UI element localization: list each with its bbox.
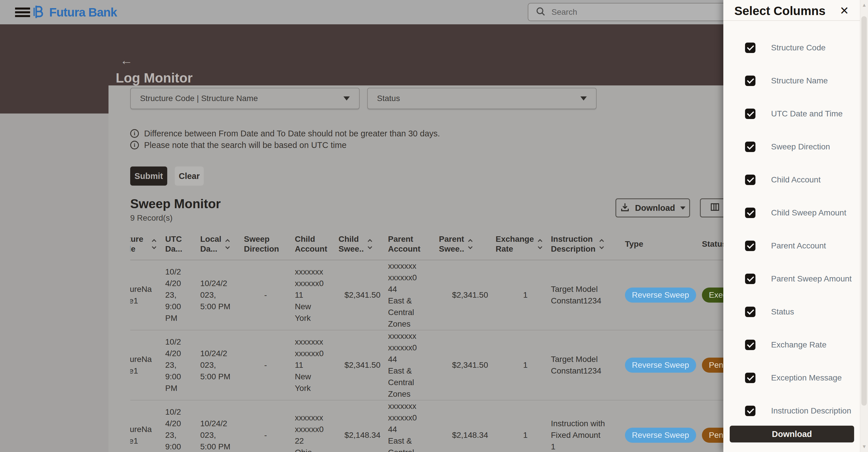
select-columns-panel: Select Columns ✕ Structure Code Structur… [723, 0, 868, 452]
sort-icon[interactable] [537, 238, 544, 250]
checkbox-item-parent-account[interactable]: Parent Account [745, 238, 852, 253]
checkbox-label: Sweep Direction [771, 142, 830, 151]
checkbox-label: Child Sweep Amount [771, 208, 846, 218]
cell-child-account: xxxxxxx xxxxxx0 11 New York [295, 336, 331, 394]
checkbox-label: Structure Code [771, 43, 826, 52]
cell-local-date: 10/24/2 023, 5:00 PM [200, 278, 237, 312]
checkbox-checked-icon[interactable] [745, 207, 755, 218]
checkbox-label: Instruction Description [771, 406, 851, 416]
cell-exchange-rate: 1 [496, 289, 544, 301]
sort-icon[interactable] [367, 238, 374, 250]
checkbox-item-utc-date-and-time[interactable]: UTC Date and Time [745, 107, 852, 121]
checkbox-item-child-sweep-amount[interactable]: Child Sweep Amount [745, 205, 852, 220]
column-header-instruction-description[interactable]: Instruction Description [551, 234, 617, 254]
checkbox-item-exchange-rate[interactable]: Exchange Rate [745, 338, 852, 352]
cell-parent-sweep-amount: $2,148.34 [439, 429, 488, 441]
cell-local-date: 10/24/2 023, 5:00 PM [200, 418, 237, 452]
checkbox-checked-icon[interactable] [745, 175, 755, 185]
cell-structure: StructureNa me1 [130, 283, 158, 307]
structure-dropdown[interactable]: Structure Code | Structure Name [130, 88, 360, 109]
brand-name: Futura Bank [49, 5, 117, 20]
panel-download-button[interactable]: Download [730, 426, 854, 443]
info-icon: i [130, 129, 139, 138]
column-header-type[interactable]: Type [625, 239, 694, 249]
checkbox-checked-icon[interactable] [745, 373, 755, 383]
checkbox-checked-icon[interactable] [745, 274, 755, 284]
cell-instruction-description: Target Model Constant1234 [551, 283, 617, 307]
scrollbar-down-arrow-icon[interactable]: ▼ [860, 444, 868, 450]
info-icon: i [130, 141, 139, 149]
checkbox-label: Structure Name [771, 76, 828, 85]
download-icon [620, 202, 630, 214]
checkbox-item-exception-message[interactable]: Exception Message [745, 371, 852, 385]
cell-parent-account: xxxxxxx xxxxxx0 44 East & Central Zones [388, 260, 431, 330]
cell-parent-account: xxxxxxx xxxxxx0 44 East & Central Zones [388, 330, 431, 400]
column-header-child-sweep[interactable]: Child Swee.. [339, 234, 380, 254]
back-arrow-icon[interactable]: ← [120, 54, 133, 66]
checkbox-checked-icon[interactable] [745, 142, 755, 152]
submit-button[interactable]: Submit [130, 167, 167, 186]
panel-title: Select Columns [734, 4, 826, 18]
sort-icon[interactable] [599, 238, 605, 250]
cell-instruction-description: Instruction with Fixed Amount 1 [551, 418, 617, 452]
cell-exchange-rate: 1 [496, 359, 544, 371]
status-dropdown[interactable]: Status [367, 88, 597, 109]
cell-type: Reverse Sweep [625, 358, 694, 373]
checkbox-item-structure-code[interactable]: Structure Code [745, 40, 852, 55]
cell-sweep-direction: - [244, 429, 287, 441]
chevron-down-icon [680, 206, 685, 209]
clear-button[interactable]: Clear [175, 167, 204, 186]
checkbox-checked-icon[interactable] [745, 340, 755, 350]
column-header-exchange-rate[interactable]: Exchange Rate [496, 234, 544, 254]
cell-parent-account: xxxxxxx xxxxxx0 44 East & Central Zones [388, 400, 431, 452]
checkbox-item-structure-name[interactable]: Structure Name [745, 74, 852, 88]
checkbox-label: UTC Date and Time [771, 109, 842, 118]
cell-child-sweep-amount: $2,341.50 [339, 289, 380, 301]
column-header-parent-account[interactable]: Parent Account [388, 234, 431, 254]
download-button-label: Download [635, 203, 675, 213]
search-input[interactable]: Search [528, 3, 735, 21]
checkbox-checked-icon[interactable] [745, 307, 755, 317]
note-date-range-text: Difference between From Date and To Date… [144, 128, 440, 139]
checkbox-item-sweep-direction[interactable]: Sweep Direction [745, 140, 852, 154]
panel-divider [723, 20, 860, 21]
checkbox-checked-icon[interactable] [745, 43, 755, 53]
cell-child-sweep-amount: $2,148.34 [339, 429, 380, 441]
scrollbar-thumb[interactable] [861, 16, 867, 406]
checkbox-checked-icon[interactable] [745, 406, 755, 416]
checkbox-label: Parent Account [771, 241, 826, 251]
checkbox-item-child-account[interactable]: Child Account [745, 173, 852, 187]
checkbox-checked-icon[interactable] [745, 76, 755, 86]
checkbox-item-instruction-description[interactable]: Instruction Description [745, 404, 852, 418]
checkbox-item-status[interactable]: Status [745, 305, 852, 319]
brand-logo[interactable]: Futura Bank [32, 5, 117, 20]
structure-dropdown-label: Structure Code | Structure Name [140, 94, 258, 103]
cell-child-sweep-amount: $2,341.50 [339, 359, 380, 371]
column-header-child-account[interactable]: Child Account [295, 234, 331, 254]
checkbox-item-parent-sweep-amount[interactable]: Parent Sweep Amount [745, 272, 852, 286]
sort-icon[interactable] [468, 238, 474, 250]
column-header-utc-date[interactable]: UTC Da... [165, 234, 193, 254]
download-button[interactable]: Download [615, 198, 690, 218]
checkbox-label: Parent Sweep Amount [771, 274, 852, 283]
column-header-sweep-direction[interactable]: Sweep Direction [244, 234, 287, 254]
cell-child-account: xxxxxxx xxxxxx0 22 Ohio [295, 412, 331, 452]
search-icon [536, 7, 546, 18]
sort-icon[interactable] [225, 238, 231, 250]
cell-exchange-rate: 1 [496, 429, 544, 441]
column-header-local-date[interactable]: Local Da... [200, 234, 237, 254]
column-header-parent-sweep[interactable]: Parent Swee.. [439, 234, 488, 254]
column-header-structure-code[interactable]: Structure Code [130, 234, 158, 254]
type-badge: Reverse Sweep [625, 287, 696, 303]
sort-icon[interactable] [151, 238, 158, 250]
futura-bank-logo-icon [32, 5, 45, 20]
chevron-down-icon [343, 96, 350, 101]
vertical-scrollbar[interactable]: ▲ ▼ [860, 0, 868, 452]
checkbox-checked-icon[interactable] [745, 241, 755, 251]
hamburger-menu-icon[interactable] [15, 7, 30, 18]
cell-utc-date: 10/2 4/20 23, 9:00 PM [165, 266, 193, 324]
checkbox-label: Status [771, 307, 794, 316]
close-icon[interactable]: ✕ [840, 5, 849, 16]
checkbox-checked-icon[interactable] [745, 109, 755, 119]
scrollbar-up-arrow-icon[interactable]: ▲ [860, 2, 868, 8]
